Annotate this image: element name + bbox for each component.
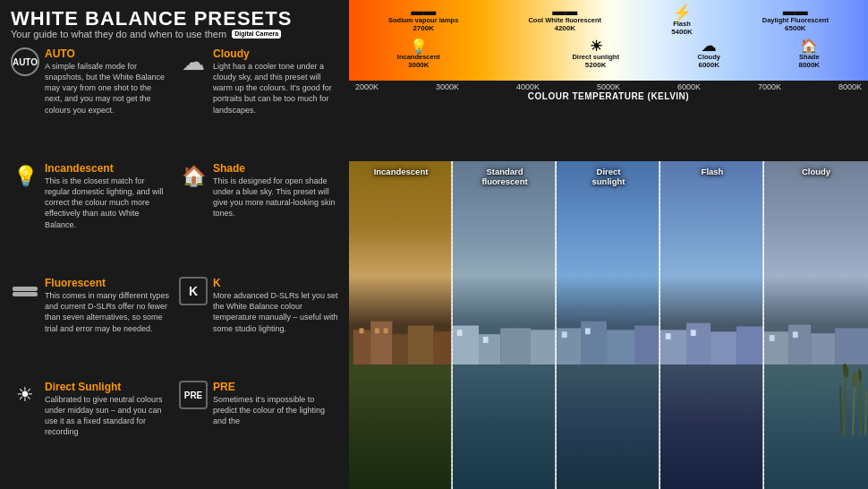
svg-rect-11 [531, 330, 557, 365]
daylight-fluor-kelvin: 6500K [785, 24, 806, 32]
direct-sun-sym: ☀ [590, 39, 602, 54]
direct-sunlight-title: Direct Sunlight [45, 381, 170, 393]
preset-fluorescent: Fluorescent This comes in many different… [11, 274, 170, 376]
preset-k: K K More advanced D-SLRs let you set the… [179, 274, 338, 376]
photo-direct-label: Direct sunlight [557, 167, 660, 187]
incandescent-title: Incandescent [45, 162, 170, 175]
k-content: K More advanced D-SLRs let you set the W… [213, 277, 338, 334]
k-icon: K [179, 277, 208, 305]
svg-rect-0 [353, 330, 370, 365]
photo-cloudy: Cloudy [764, 161, 868, 489]
photo-flash: Flash [660, 161, 764, 489]
auto-content: AUTO A simple failsafe mode for snapshot… [45, 47, 170, 116]
svg-rect-12 [457, 330, 463, 336]
shade-title: Shade [213, 162, 338, 175]
scale-3000: 3000K [436, 82, 459, 91]
svg-rect-17 [634, 325, 660, 365]
buildings-fluorescent [453, 313, 557, 365]
fluorescent-title: Fluorescent [45, 277, 170, 289]
svg-rect-30 [770, 335, 775, 341]
shade-bar-kelvin: 8000K [799, 61, 821, 69]
incandescent-bar-label: Incandescent [397, 54, 440, 61]
svg-rect-22 [711, 331, 736, 365]
svg-rect-6 [375, 328, 379, 333]
k-desc: More advanced D-SLRs let you set the Whi… [213, 290, 338, 334]
fluorescent-content: Fluorescent This comes in many different… [45, 277, 170, 334]
preset-shade: 🏠 Shade This is designed for open shade … [179, 159, 338, 272]
pre-content: PRE Sometimes it's impossible to predict… [213, 381, 338, 426]
svg-rect-18 [562, 331, 567, 338]
photo-fluorescent-label: Standard fluorescent [453, 167, 557, 187]
svg-rect-1 [370, 322, 392, 365]
sodium-icon: ▬▬ [411, 4, 436, 17]
svg-rect-21 [686, 323, 711, 365]
daylight-fluor-icon: ▬▬ [783, 4, 808, 17]
k-title: K [213, 277, 338, 289]
direct-sun-kelvin: 5200K [585, 61, 607, 69]
preset-pre: PRE PRE Sometimes it's impossible to pre… [179, 378, 338, 480]
shade-bar-label: Shade [799, 54, 820, 61]
temp-cloudy: ☁ Cloudy 6000K [698, 39, 720, 69]
svg-rect-14 [557, 328, 581, 365]
preset-direct-sunlight: ☀ Direct Sunlight Calibrated to give neu… [11, 378, 170, 480]
svg-rect-23 [736, 326, 764, 365]
cloudy-desc: Light has a cooler tone under a cloudy s… [213, 61, 338, 116]
shade-icon: 🏠 [179, 162, 208, 191]
svg-line-38 [840, 385, 841, 434]
presets-grid: AUTO AUTO A simple failsafe mode for sna… [11, 45, 338, 480]
photo-incandescent: Incandescent [349, 161, 453, 489]
buildings-incandescent [349, 313, 453, 365]
svg-rect-15 [581, 322, 607, 365]
cloudy-bar-kelvin: 6000K [698, 61, 719, 69]
svg-rect-16 [607, 330, 634, 365]
flash-label: Flash [673, 21, 691, 28]
cool-white-label: Cool White fluorescent [528, 17, 601, 24]
preset-auto: AUTO AUTO A simple failsafe mode for sna… [11, 45, 170, 158]
temperature-bar-wrapper: ▬▬ Sodium vapour lamps 2700K ▬▬ Cool Whi… [349, 0, 868, 161]
temp-direct-sun: ☀ Direct sunlight 5200K [572, 39, 619, 69]
cloudy-title: Cloudy [213, 47, 338, 60]
logo-badge: Digital Camera [232, 30, 281, 39]
left-panel: WHITE BALANCE PRESETS Your guide to what… [0, 0, 349, 489]
svg-rect-31 [793, 331, 798, 338]
direct-sun-label: Direct sunlight [572, 54, 619, 61]
cloudy-icon: ☁ [179, 47, 208, 76]
fluorescent-icon [11, 277, 39, 305]
direct-sunlight-content: Direct Sunlight Calibrated to give neutr… [45, 381, 170, 438]
scale-2000: 2000K [355, 82, 379, 91]
scale-8000: 8000K [838, 82, 862, 91]
incandescent-icon: 💡 [11, 162, 39, 191]
incandescent-desc: This is the closest match for regular do… [45, 176, 170, 230]
svg-line-36 [860, 376, 861, 434]
svg-rect-13 [483, 337, 489, 343]
temp-incandescent: 💡 Incandescent 3000K [397, 39, 440, 69]
sodium-label: Sodium vapour lamps [388, 17, 458, 24]
daylight-fluor-label: Daylight Fluorescent [762, 17, 829, 24]
svg-rect-19 [585, 328, 591, 334]
cool-white-icon: ▬▬ [552, 4, 577, 17]
svg-rect-28 [811, 333, 835, 365]
scale-6000: 6000K [677, 82, 701, 91]
cool-white-kelvin: 4200K [554, 24, 575, 32]
shade-sym: 🏠 [800, 39, 818, 54]
svg-point-37 [857, 368, 862, 381]
svg-point-35 [851, 371, 858, 387]
svg-rect-10 [500, 328, 531, 365]
preset-cloudy: ☁ Cloudy Light has a cooler tone under a… [179, 45, 338, 158]
incandescent-bar-kelvin: 3000K [408, 61, 430, 69]
svg-rect-25 [691, 330, 696, 336]
photo-fluorescent: Standard fluorescent [453, 161, 557, 489]
cloudy-content: Cloudy Light has a cooler tone under a c… [213, 47, 338, 116]
photo-cloudy-label: Cloudy [764, 167, 868, 176]
svg-rect-27 [788, 324, 811, 364]
svg-point-33 [842, 363, 850, 378]
subtitle: Your guide to what they do and when to u… [11, 29, 338, 39]
buildings-flash [660, 313, 764, 365]
temp-flash: ⚡ Flash 5400K [671, 4, 693, 36]
bottom-icons-row: 💡 Incandescent 3000K ☀ Direct sunlight 5… [349, 39, 868, 69]
reeds-icon [837, 309, 868, 489]
svg-rect-4 [434, 331, 453, 365]
right-panel: ▬▬ Sodium vapour lamps 2700K ▬▬ Cool Whi… [349, 0, 868, 489]
buildings-direct [557, 313, 660, 365]
svg-line-32 [844, 372, 846, 434]
